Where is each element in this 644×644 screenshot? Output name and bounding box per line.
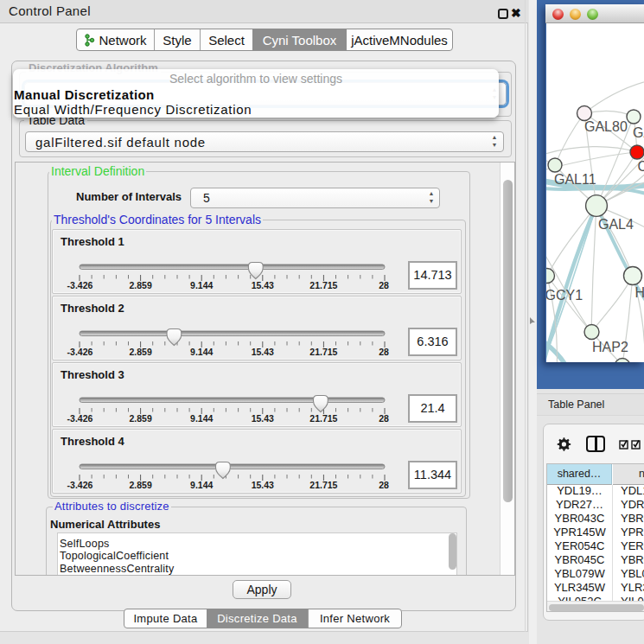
svg-text:2.859: 2.859 <box>129 280 151 290</box>
svg-text:H: H <box>635 285 644 300</box>
svg-text:2.859: 2.859 <box>129 347 151 357</box>
svg-text:15.43: 15.43 <box>252 280 274 290</box>
svg-text:-3.426: -3.426 <box>67 347 93 357</box>
svg-text:28: 28 <box>379 280 389 290</box>
svg-text:-3.426: -3.426 <box>67 280 93 290</box>
svg-text:15.43: 15.43 <box>252 347 274 357</box>
svg-text:9.144: 9.144 <box>190 347 213 357</box>
svg-text:28: 28 <box>379 413 389 424</box>
svg-text:GA: GA <box>633 125 644 140</box>
svg-text:-3.426: -3.426 <box>67 480 93 490</box>
svg-text:-3.426: -3.426 <box>67 413 93 424</box>
svg-text:28: 28 <box>379 347 389 357</box>
svg-text:21.715: 21.715 <box>309 280 337 290</box>
svg-text:GAL80: GAL80 <box>584 119 628 134</box>
svg-text:9.144: 9.144 <box>190 413 213 424</box>
svg-text:2.859: 2.859 <box>129 480 151 490</box>
svg-text:21.715: 21.715 <box>309 413 337 424</box>
svg-text:GAL4: GAL4 <box>598 217 634 232</box>
svg-text:21.715: 21.715 <box>309 347 337 357</box>
svg-text:GAL11: GAL11 <box>554 172 596 187</box>
svg-text:28: 28 <box>379 480 389 490</box>
svg-text:GCY1: GCY1 <box>546 288 583 303</box>
svg-text:C: C <box>638 159 644 174</box>
svg-text:2.859: 2.859 <box>129 413 151 424</box>
svg-text:15.43: 15.43 <box>252 480 274 490</box>
svg-text:15.43: 15.43 <box>252 413 274 424</box>
svg-text:9.144: 9.144 <box>190 280 213 290</box>
svg-text:HAP2: HAP2 <box>592 340 628 354</box>
svg-text:9.144: 9.144 <box>190 480 213 490</box>
svg-text:21.715: 21.715 <box>309 480 337 490</box>
